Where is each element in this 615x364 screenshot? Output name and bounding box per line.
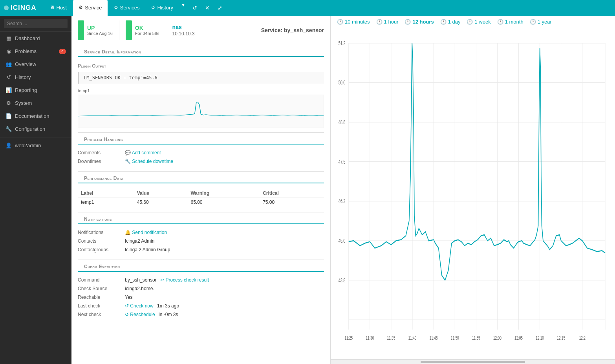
last-check-row: Last check ↺ Check now 1m 3s ago xyxy=(78,302,324,310)
notifications-header: Notifications xyxy=(78,212,324,224)
host-ip: 10.10.10.3 xyxy=(172,31,195,37)
close-button[interactable]: ✕ xyxy=(203,3,212,13)
performance-table: Label Value Warning Critical temp1 45.60… xyxy=(78,189,324,207)
problem-handling-block: Problem Handling Comments 💬 Add comment … xyxy=(71,133,330,170)
service-gear-icon: ⚙ xyxy=(79,5,83,10)
send-notification-link[interactable]: 🔔 Send notification xyxy=(125,230,167,235)
history-icon: ↺ xyxy=(151,5,155,10)
notifications-content: Notifications 🔔 Send notification Contac… xyxy=(71,224,330,258)
services-gear-icon: ⚙ xyxy=(114,5,118,10)
command-row: Command by_ssh_sensor ↩ Process check re… xyxy=(78,276,324,284)
reachable-label: Reachable xyxy=(78,294,125,300)
service-name-badge: Service: by_ssh_sensor xyxy=(261,27,324,33)
contactgroups-value: Icinga 2 Admin Group xyxy=(125,247,324,252)
time-btn-12hours[interactable]: 🕐 12 hours xyxy=(405,19,434,25)
svg-text:12:15: 12:15 xyxy=(557,335,565,340)
col-critical: Critical xyxy=(260,189,324,198)
contactgroups-row: Contactgroups Icinga 2 Admin Group xyxy=(78,245,324,254)
expand-button[interactable]: ▾ xyxy=(179,0,187,16)
svg-text:45.0: 45.0 xyxy=(339,238,346,243)
sidebar-item-web2admin[interactable]: 👤 web2admin xyxy=(0,139,71,152)
svg-text:11:30: 11:30 xyxy=(366,335,374,340)
check-source-row: Check Source icinga2.home. xyxy=(78,284,324,293)
external-link-button[interactable]: ⤢ xyxy=(215,3,225,13)
reachable-row: Reachable Yes xyxy=(78,293,324,302)
logo-dot xyxy=(4,5,9,10)
contactgroups-label: Contactgroups xyxy=(78,247,125,252)
sidebar-item-system[interactable]: ⚙ System xyxy=(0,97,71,110)
downtimes-row: Downtimes 🔧 Schedule downtime xyxy=(78,157,324,166)
downtimes-value: 🔧 Schedule downtime xyxy=(125,159,324,164)
svg-text:12:05: 12:05 xyxy=(514,335,523,340)
check-source-value: icinga2.home. xyxy=(125,286,324,291)
up-status-indicator xyxy=(78,20,84,40)
time-btn-1hour[interactable]: 🕐 1 hour xyxy=(376,19,399,25)
clock-icon-1year: 🕐 xyxy=(530,19,536,25)
tab-history[interactable]: ↺ History xyxy=(146,0,178,16)
tab-service[interactable]: ⚙ Service xyxy=(73,0,107,16)
process-icon: ↩ xyxy=(160,277,164,283)
clock-icon-12hours: 🕐 xyxy=(405,19,411,25)
svg-rect-0 xyxy=(78,95,324,128)
scrollbar-thumb[interactable] xyxy=(421,361,525,363)
col-warning: Warning xyxy=(187,189,260,198)
process-check-result-link[interactable]: ↩ Process check result xyxy=(160,277,209,283)
sidebar-item-overview[interactable]: 👥 Overview xyxy=(0,58,71,71)
service-detail-block: Service Detail Information xyxy=(71,45,330,57)
time-btn-1week[interactable]: 🕐 1 week xyxy=(467,19,491,25)
refresh-small-icon: ↺ xyxy=(125,303,129,309)
plugin-output-section: Plugin Output LM_SENSORS OK - temp1=45.6… xyxy=(71,59,330,132)
app-logo: iCINGA xyxy=(4,4,37,12)
sidebar-item-configuration[interactable]: 🔧 Configuration xyxy=(0,123,71,135)
documentation-icon: 📄 xyxy=(5,113,12,119)
graph-scrollbar[interactable] xyxy=(331,359,615,364)
ok-duration: For 34m 58s xyxy=(135,31,159,36)
performance-data-content: Label Value Warning Critical temp1 45.60… xyxy=(71,183,330,210)
svg-text:11:40: 11:40 xyxy=(408,335,417,340)
time-btn-1day[interactable]: 🕐 1 day xyxy=(440,19,461,25)
performance-data-block: Performance Data Label Value Warning Cri… xyxy=(71,172,330,210)
tab-services[interactable]: ⚙ Services xyxy=(108,0,145,16)
search-input[interactable] xyxy=(4,19,68,28)
last-check-value: ↺ Check now 1m 3s ago xyxy=(125,303,324,309)
sidebar-item-problems[interactable]: ◉ Problems 4 xyxy=(0,45,71,58)
tab-host[interactable]: 🖥 Host xyxy=(44,0,73,16)
dashboard-icon: ▦ xyxy=(5,35,12,41)
add-comment-link[interactable]: 💬 Add comment xyxy=(125,150,161,155)
clock-icon-1day: 🕐 xyxy=(440,19,447,25)
time-btn-1year[interactable]: 🕐 1 year xyxy=(530,19,552,25)
check-execution-header: Check Execution xyxy=(78,260,324,272)
svg-text:11:50: 11:50 xyxy=(451,335,459,340)
comments-label: Comments xyxy=(78,150,125,155)
problems-badge: 4 xyxy=(59,49,66,54)
check-now-link[interactable]: ↺ Check now xyxy=(125,303,155,309)
nav-tab-list: 🖥 Host ⚙ Service ⚙ Services ↺ History ▾ xyxy=(44,0,187,16)
time-navigation: 🕐 10 minutes 🕐 1 hour 🕐 12 hours 🕐 1 day… xyxy=(331,16,615,28)
right-panel: 🕐 10 minutes 🕐 1 hour 🕐 12 hours 🕐 1 day… xyxy=(331,16,615,364)
command-value: by_ssh_sensor ↩ Process check result xyxy=(125,277,324,283)
svg-text:50.0: 50.0 xyxy=(339,79,346,85)
time-btn-1month[interactable]: 🕐 1 month xyxy=(497,19,523,25)
sidebar-item-history[interactable]: ↺ History xyxy=(0,71,71,84)
sidebar-item-dashboard[interactable]: ▦ Dashboard xyxy=(0,32,71,45)
comments-value: 💬 Add comment xyxy=(125,150,324,155)
problems-icon: ◉ xyxy=(5,48,12,54)
schedule-downtime-link[interactable]: 🔧 Schedule downtime xyxy=(125,159,173,164)
svg-text:11:55: 11:55 xyxy=(472,335,480,340)
notifications-row: Notifications 🔔 Send notification xyxy=(78,228,324,237)
command-label: Command xyxy=(78,277,125,283)
system-icon: ⚙ xyxy=(5,100,12,106)
left-panel: UP Since Aug 16 OK For 34m 58s nas 10.10… xyxy=(71,16,331,364)
sidebar-divider xyxy=(0,137,71,137)
reschedule-link[interactable]: ↺ Reschedule xyxy=(125,312,156,317)
problem-handling-header: Problem Handling xyxy=(78,133,324,145)
notifications-value: 🔔 Send notification xyxy=(125,230,324,235)
host-name: nas xyxy=(172,24,195,30)
plugin-output-content: LM_SENSORS OK - temp1=45.6 xyxy=(78,72,324,84)
refresh-button[interactable]: ↺ xyxy=(190,3,200,13)
reschedule-icon: ↺ xyxy=(125,312,129,317)
clock-icon-1week: 🕐 xyxy=(467,19,473,25)
sidebar-item-reporting[interactable]: 📊 Reporting xyxy=(0,84,71,97)
time-btn-10min[interactable]: 🕐 10 minutes xyxy=(337,19,370,25)
sidebar-item-documentation[interactable]: 📄 Documentation xyxy=(0,110,71,123)
